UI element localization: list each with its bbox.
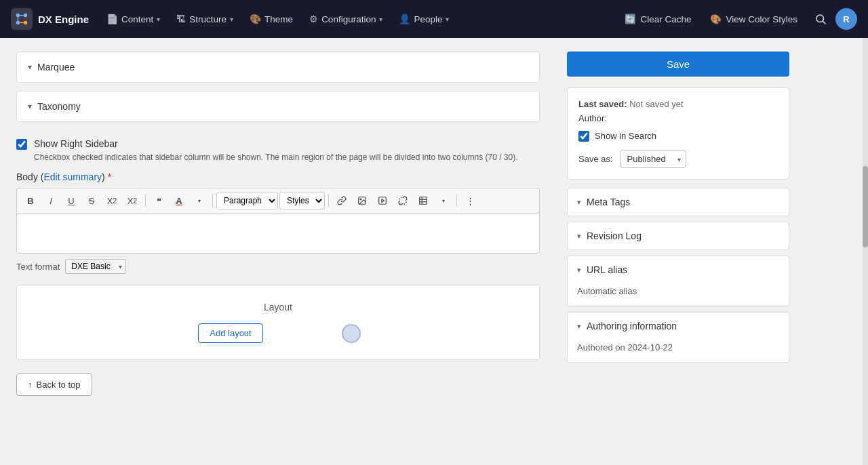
svg-point-3 <box>24 21 28 25</box>
meta-tags-label: Meta Tags <box>587 197 630 207</box>
people-chevron: ▾ <box>446 16 449 23</box>
user-avatar[interactable]: R <box>835 8 857 30</box>
nav-people-label: People <box>414 14 442 24</box>
content-chevron: ▾ <box>157 16 160 23</box>
app-logo[interactable]: DX Engine <box>11 8 89 30</box>
authoring-info-label: Authoring information <box>587 321 677 331</box>
back-to-top-button[interactable]: ↑ Back to top <box>16 373 92 396</box>
authoring-info-body-text: Authored on 2024-10-22 <box>577 342 673 352</box>
blockquote-button[interactable]: ❝ <box>149 191 168 210</box>
nav-right-actions: 🔄 Clear Cache 🎨 View Color Styles R <box>616 7 857 31</box>
layout-box: Layout Add layout <box>16 285 540 360</box>
unlink-button[interactable] <box>393 191 412 210</box>
last-saved-value: Not saved yet <box>629 99 684 109</box>
link-button[interactable] <box>332 191 351 210</box>
authoring-info-header[interactable]: ▾ Authoring information <box>568 312 789 340</box>
text-format-select[interactable]: DXE Basic Full HTML Plain Text <box>65 259 126 274</box>
add-layout-button[interactable]: Add layout <box>198 323 262 343</box>
published-wrapper: Published Draft Archived <box>620 150 686 168</box>
nav-structure-label: Structure <box>189 14 226 24</box>
text-format-label: Text format <box>16 262 60 272</box>
logo-text: DX Engine <box>38 14 89 25</box>
people-icon: 👤 <box>399 14 410 24</box>
publish-card: Last saved: Not saved yet Author: Show i… <box>567 87 789 180</box>
nav-structure[interactable]: 🏗 Structure ▾ <box>170 9 240 28</box>
save-button[interactable]: Save <box>567 52 789 77</box>
url-alias-body-text: Automatic alias <box>577 286 637 296</box>
svg-point-2 <box>16 21 20 25</box>
more-options-button[interactable]: ⋮ <box>460 191 479 210</box>
table-button[interactable] <box>414 191 433 210</box>
underline-button[interactable]: U <box>62 191 81 210</box>
nav-theme[interactable]: 🎨 Theme <box>243 9 300 28</box>
save-as-select[interactable]: Published Draft Archived <box>620 150 686 168</box>
strikethrough-button[interactable]: S <box>82 191 101 210</box>
right-sidebar: Save Last saved: Not saved yet Author: S… <box>556 38 800 465</box>
body-editor[interactable] <box>16 213 540 254</box>
scrollbar-track[interactable] <box>863 38 868 465</box>
authoring-info-chevron-icon: ▾ <box>577 322 581 331</box>
revision-log-header[interactable]: ▾ Revision Log <box>568 222 789 249</box>
revision-log-label: Revision Log <box>587 230 642 241</box>
url-alias-accordion: ▾ URL alias Automatic alias <box>567 256 789 306</box>
media-button[interactable] <box>373 191 392 210</box>
italic-button[interactable]: I <box>41 191 60 210</box>
edit-summary-link[interactable]: Edit summary <box>43 171 102 182</box>
superscript-button[interactable]: X2 <box>102 191 121 210</box>
content-icon: 📄 <box>106 14 118 24</box>
scrollbar-thumb[interactable] <box>863 166 868 247</box>
back-to-top-arrow-icon: ↑ <box>28 380 33 390</box>
url-alias-body: Automatic alias <box>568 283 789 306</box>
cursor-indicator <box>342 324 361 343</box>
show-in-search-label: Show in Search <box>595 131 656 141</box>
subscript-button[interactable]: X2 <box>123 191 142 210</box>
toolbar-sep-3 <box>328 194 329 207</box>
toolbar-sep-1 <box>145 194 146 207</box>
marquee-chevron-icon: ▾ <box>28 62 32 72</box>
body-label: Body (Edit summary) * <box>16 171 540 182</box>
show-right-sidebar-checkbox[interactable] <box>16 139 27 150</box>
paragraph-select[interactable]: Paragraph Heading 1 Heading 2 <box>216 192 278 209</box>
meta-tags-header[interactable]: ▾ Meta Tags <box>568 188 789 216</box>
svg-line-8 <box>823 21 825 24</box>
nav-people[interactable]: 👤 People ▾ <box>392 9 456 28</box>
last-saved-label: Last saved: <box>578 99 627 109</box>
save-as-row: Save as: Published Draft Archived <box>578 150 778 168</box>
view-color-styles-button[interactable]: 🎨 View Color Styles <box>702 9 806 28</box>
clear-cache-label: Clear Cache <box>640 14 691 24</box>
svg-point-7 <box>816 15 824 22</box>
configuration-chevron: ▾ <box>379 16 382 23</box>
styles-select[interactable]: Styles <box>279 192 325 209</box>
taxonomy-accordion-header[interactable]: ▾ Taxonomy <box>17 92 539 121</box>
body-field-container: Body (Edit summary) * B I U S X2 X2 ❝ A … <box>16 171 540 274</box>
clear-cache-button[interactable]: 🔄 Clear Cache <box>616 9 699 28</box>
font-color-dropdown[interactable]: ▾ <box>190 191 209 210</box>
avatar-letter: R <box>843 14 849 24</box>
url-alias-header[interactable]: ▾ URL alias <box>568 256 789 283</box>
meta-tags-accordion: ▾ Meta Tags <box>567 188 789 216</box>
page-wrapper: ▾ Marquee ▾ Taxonomy Show Right Sidebar … <box>0 38 868 465</box>
color-styles-icon: 🎨 <box>710 14 722 24</box>
font-color-button[interactable]: A <box>170 191 189 210</box>
last-saved-row: Last saved: Not saved yet <box>578 99 778 109</box>
image-button[interactable] <box>353 191 372 210</box>
nav-content[interactable]: 📄 Content ▾ <box>100 9 167 28</box>
back-to-top-label: Back to top <box>37 380 81 390</box>
author-row: Author: <box>578 113 778 123</box>
marquee-accordion-header[interactable]: ▾ Marquee <box>17 52 539 82</box>
search-button[interactable] <box>808 7 833 31</box>
table-dropdown[interactable]: ▾ <box>434 191 453 210</box>
url-alias-label: URL alias <box>587 264 627 275</box>
text-format-row: Text format DXE Basic Full HTML Plain Te… <box>16 259 540 274</box>
svg-rect-11 <box>379 197 387 205</box>
show-in-search-checkbox[interactable] <box>578 131 589 142</box>
toolbar-sep-2 <box>212 194 213 207</box>
structure-icon: 🏗 <box>176 14 186 24</box>
bold-button[interactable]: B <box>21 191 40 210</box>
logo-icon <box>11 8 33 30</box>
nav-theme-label: Theme <box>264 14 293 24</box>
nav-configuration[interactable]: ⚙ Configuration ▾ <box>302 9 389 28</box>
revision-log-accordion: ▾ Revision Log <box>567 222 789 250</box>
view-color-styles-label: View Color Styles <box>726 14 797 24</box>
show-right-sidebar-label: Show Right Sidebar <box>34 138 518 149</box>
